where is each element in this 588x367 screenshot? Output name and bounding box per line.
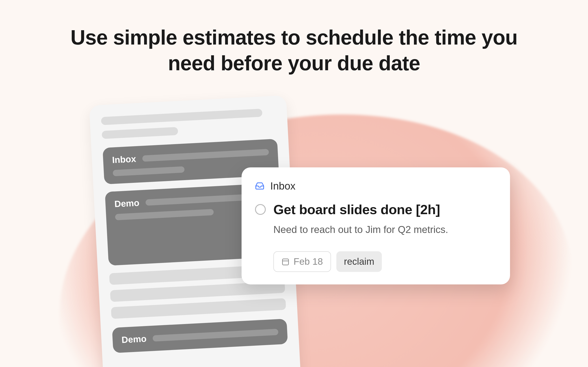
skeleton-block-label: Demo	[121, 334, 147, 345]
task-section-header: Inbox	[255, 180, 497, 192]
task-complete-radio[interactable]	[255, 204, 266, 215]
skeleton-bar	[111, 298, 286, 319]
task-section-label: Inbox	[270, 180, 295, 192]
task-card: Inbox Get board slides done [2h] Need to…	[242, 167, 510, 284]
task-title: Get board slides done [2h]	[273, 202, 440, 217]
headline: Use simple estimates to schedule the tim…	[70, 25, 518, 76]
calendar-icon	[281, 258, 290, 266]
reclaim-label: reclaim	[344, 256, 374, 267]
skeleton-bar	[102, 127, 178, 139]
skeleton-bar	[101, 109, 262, 125]
inbox-icon	[255, 181, 264, 191]
skeleton-bar	[113, 166, 185, 176]
skeleton-bar	[153, 329, 278, 342]
reclaim-chip[interactable]: reclaim	[336, 251, 382, 272]
skeleton-block-label: Demo	[114, 198, 140, 209]
skeleton-bar	[115, 209, 214, 220]
skeleton-block-label: Inbox	[112, 154, 136, 165]
svg-rect-0	[283, 259, 289, 265]
skeleton-block-demo-2: Demo	[112, 319, 288, 353]
skeleton-bar	[142, 149, 269, 162]
task-description: Need to reach out to Jim for Q2 metrics.	[273, 224, 497, 235]
due-date-text: Feb 18	[294, 256, 323, 267]
due-date-chip[interactable]: Feb 18	[273, 251, 331, 272]
